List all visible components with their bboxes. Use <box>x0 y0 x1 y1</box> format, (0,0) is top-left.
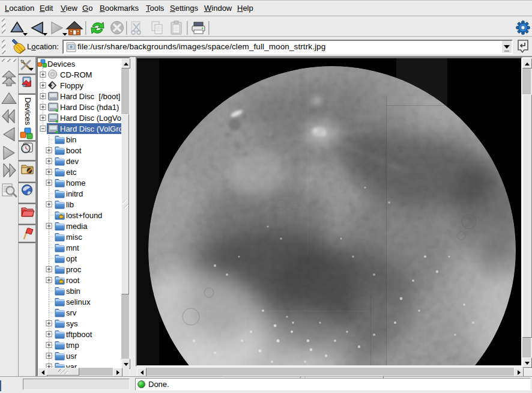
svg-text:tmp: tmp <box>66 341 79 350</box>
svg-text:var: var <box>66 362 77 368</box>
svg-text:proc: proc <box>66 265 82 274</box>
svg-text:selinux: selinux <box>66 297 91 306</box>
svg-text:mnt: mnt <box>66 243 79 252</box>
svg-text:Hard Disc (VolGrou: Hard Disc (VolGrou <box>60 124 121 133</box>
svg-text:srv: srv <box>66 308 77 317</box>
svg-text:tftpboot: tftpboot <box>66 330 92 339</box>
svg-text:lib: lib <box>66 200 74 209</box>
svg-text:dev: dev <box>66 157 79 166</box>
svg-text:usr: usr <box>66 352 77 361</box>
svg-text:root: root <box>66 276 80 285</box>
svg-text:lost+found: lost+found <box>66 211 102 220</box>
svg-text:home: home <box>66 178 86 187</box>
svg-text:Devices: Devices <box>47 59 76 69</box>
svg-text:initrd: initrd <box>66 189 83 198</box>
svg-text:Hard Disc [/boot]: Hard Disc [/boot] <box>60 92 120 101</box>
svg-text:boot: boot <box>66 146 82 155</box>
svg-text:sbin: sbin <box>66 287 80 296</box>
svg-text:Floppy: Floppy <box>60 81 84 90</box>
svg-text:bin: bin <box>66 135 76 144</box>
svg-text:CD-ROM: CD-ROM <box>60 70 92 79</box>
svg-text:Hard Disc (hda1) [/]: Hard Disc (hda1) [/] <box>60 103 121 112</box>
svg-text:Hard Disc (LogVol00: Hard Disc (LogVol00 <box>60 114 121 123</box>
svg-text:misc: misc <box>66 233 82 242</box>
svg-text:media: media <box>66 222 88 231</box>
svg-text:sys: sys <box>66 319 78 328</box>
svg-text:opt: opt <box>66 254 77 263</box>
svg-text:etc: etc <box>66 168 77 177</box>
